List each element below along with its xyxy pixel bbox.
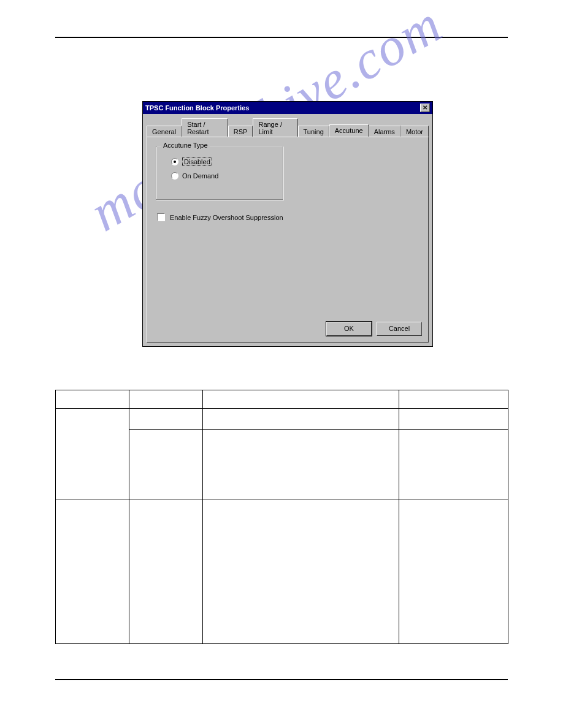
titlebar[interactable]: TPSC Function Block Properties ✕	[143, 102, 432, 114]
close-button[interactable]: ✕	[420, 104, 430, 112]
table-cell	[129, 430, 203, 499]
fuzzy-checkbox[interactable]	[157, 213, 165, 221]
tab-panel-accutune: Accutune Type Disabled On Demand Enable …	[147, 137, 429, 343]
accutune-type-group: Accutune Type Disabled On Demand	[156, 146, 283, 200]
table-cell	[399, 430, 508, 499]
tab-tuning[interactable]: Tuning	[298, 126, 329, 137]
radio-row-disabled[interactable]: Disabled	[171, 157, 277, 166]
table-cell	[203, 430, 399, 499]
table-cell	[129, 409, 203, 430]
table-cell	[56, 409, 129, 499]
bottom-rule	[55, 679, 508, 680]
tab-motor[interactable]: Motor	[400, 126, 429, 137]
parameter-table	[55, 390, 508, 644]
table-cell	[56, 499, 129, 644]
table-cell	[203, 409, 399, 430]
table-cell	[399, 390, 508, 409]
table-cell	[129, 390, 203, 409]
table-cell	[203, 390, 399, 409]
table-cell	[399, 499, 508, 644]
dialog-button-row: OK Cancel	[326, 322, 422, 336]
fuzzy-checkbox-label: Enable Fuzzy Overshoot Suppression	[170, 214, 283, 221]
radio-disabled-label: Disabled	[182, 157, 212, 166]
radio-on-demand-label: On Demand	[182, 172, 218, 180]
top-rule	[55, 37, 508, 38]
page-container	[55, 37, 508, 38]
radio-on-demand[interactable]	[171, 172, 178, 180]
fuzzy-checkbox-row[interactable]: Enable Fuzzy Overshoot Suppression	[157, 213, 419, 221]
table-cell	[399, 409, 508, 430]
cancel-button[interactable]: Cancel	[377, 322, 422, 336]
group-legend: Accutune Type	[161, 142, 210, 149]
tab-rsp[interactable]: RSP	[228, 126, 253, 137]
dialog-title: TPSC Function Block Properties	[145, 104, 249, 112]
radio-disabled[interactable]	[171, 158, 178, 165]
table-cell	[129, 499, 203, 644]
ok-button[interactable]: OK	[326, 322, 372, 336]
properties-dialog: TPSC Function Block Properties ✕ General…	[142, 101, 433, 347]
tab-alarms[interactable]: Alarms	[369, 126, 400, 137]
tab-range-limit[interactable]: Range / Limit	[253, 118, 297, 137]
tab-general[interactable]: General	[147, 126, 182, 137]
tab-start-restart[interactable]: Start / Restart	[182, 118, 228, 137]
table-cell	[56, 390, 129, 409]
tab-accutune[interactable]: Accutune	[329, 124, 369, 137]
radio-row-on-demand[interactable]: On Demand	[171, 172, 277, 180]
table-cell	[203, 499, 399, 644]
tabstrip: General Start / Restart RSP Range / Limi…	[143, 114, 432, 137]
